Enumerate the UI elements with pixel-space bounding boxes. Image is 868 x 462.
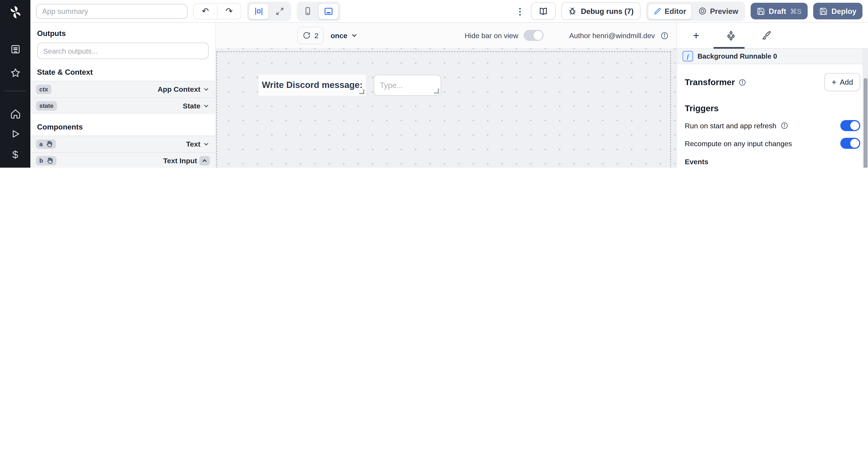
outputs-title: Outputs (37, 29, 209, 38)
app-canvas[interactable]: Write Discord message: Type... Press me … (216, 48, 676, 168)
text-input-placeholder: Type... (380, 81, 403, 90)
hand-pointer-icon (46, 157, 53, 164)
diamonds-icon (726, 30, 736, 40)
deploy-button[interactable]: Deploy (813, 3, 862, 20)
selected-runnable-name: Background Runnable 0 (698, 52, 777, 60)
canvas-toolbar: 2 once Hide bar on view Author henri@win… (216, 23, 676, 48)
mobile-view-button[interactable] (299, 4, 317, 19)
hide-bar-label: Hide bar on view (465, 31, 518, 39)
canvas-selection-rect (216, 52, 671, 168)
preview-tab-label: Preview (710, 7, 738, 15)
outputs-panel: Outputs State & Context ctx App Context … (31, 23, 216, 168)
active-tab-underline (713, 47, 744, 48)
text-component[interactable]: Write Discord message: (258, 75, 366, 96)
transformer-title: Transformer (685, 77, 735, 87)
scrollbar-thumb[interactable] (863, 78, 867, 168)
settings-tabs: + (677, 23, 868, 49)
add-label: Add (840, 78, 853, 86)
add-transformer-button[interactable]: + Add (825, 73, 860, 91)
component-settings-tab[interactable] (722, 30, 740, 40)
text-input-component[interactable]: Type... (374, 75, 441, 96)
refresh-count: 2 (314, 31, 318, 39)
center-column: 2 once Hide bar on view Author henri@win… (216, 23, 676, 168)
left-nav-rail: $ → (0, 0, 31, 168)
recompute-row: Recompute on any input changes (685, 138, 860, 149)
draft-button[interactable]: Draft ⌘S (750, 3, 808, 20)
events-title: Events (685, 158, 860, 166)
a-badge: a (39, 140, 43, 148)
plus-icon: + (832, 77, 836, 87)
triggers-title: Triggers (685, 103, 719, 113)
b-type-label: Text Input (163, 157, 197, 165)
windmill-app-editor: $ → ↶ ↷ (0, 0, 868, 168)
chevron-down-icon (203, 140, 210, 148)
paintbrush-icon (761, 31, 771, 40)
windmill-logo-icon[interactable] (0, 4, 31, 20)
desktop-view-button[interactable] (318, 3, 339, 19)
top-toolbar: ↶ ↷ ⋮ Debug runs (7) (31, 0, 868, 23)
text-component-value: Write Discord message: (262, 80, 363, 90)
app-grid-icon[interactable] (0, 44, 31, 55)
home-icon[interactable] (0, 108, 31, 120)
scrollbar-track[interactable] (862, 48, 868, 168)
ctx-badge: ctx (36, 85, 52, 94)
info-icon[interactable] (660, 31, 669, 39)
center-align-button[interactable] (249, 3, 269, 19)
chevron-up-icon (201, 157, 208, 164)
runs-play-icon[interactable] (0, 128, 31, 139)
refresh-mode-value: once (331, 31, 347, 39)
run-on-start-toggle[interactable] (840, 120, 860, 131)
output-row-a[interactable]: a Text (31, 135, 215, 152)
fullscreen-button[interactable] (270, 4, 289, 19)
state-type-label: State (183, 102, 200, 110)
refresh-count-button[interactable]: 2 (297, 27, 324, 44)
function-icon: f (683, 51, 693, 61)
b-badge: b (39, 157, 43, 165)
redo-button[interactable]: ↷ (217, 4, 241, 19)
styling-brush-tab[interactable] (757, 31, 775, 40)
hide-bar-toggle[interactable] (524, 30, 544, 41)
layout-toggle-group (247, 1, 291, 21)
editor-preview-toggle: Editor Preview (646, 1, 745, 21)
info-icon[interactable] (739, 78, 747, 86)
resize-handle[interactable] (434, 89, 439, 94)
undo-button[interactable]: ↶ (194, 4, 217, 19)
chevron-down-icon (203, 86, 210, 93)
output-row-ctx[interactable]: ctx App Context (31, 81, 215, 97)
preview-tab[interactable]: Preview (693, 4, 743, 19)
state-badge: state (36, 101, 57, 111)
hand-pointer-icon (45, 140, 53, 148)
author-label: Author henri@windmill.dev (569, 31, 655, 39)
run-on-start-row: Run on start and app refresh (685, 120, 860, 131)
collapse-chevron-up[interactable] (199, 156, 210, 165)
refresh-mode-dropdown[interactable]: once (331, 31, 358, 39)
output-row-state[interactable]: state State (31, 97, 215, 114)
chevron-down-icon (350, 32, 358, 39)
selected-runnable-header: f Background Runnable 0 (677, 49, 868, 64)
deploy-label: Deploy (831, 7, 856, 15)
triggers-title-row: Triggers (685, 103, 860, 113)
variables-dollar-icon[interactable]: $ (0, 150, 31, 160)
docs-book-button[interactable] (531, 2, 556, 20)
more-menu-kebab[interactable]: ⋮ (515, 6, 525, 16)
debug-runs-button[interactable]: Debug runs (7) (562, 2, 640, 20)
device-toggle-group (297, 1, 341, 21)
draft-shortcut: ⌘S (790, 7, 802, 15)
app-summary-input[interactable] (36, 4, 188, 19)
components-title: Components (37, 123, 209, 131)
resize-handle[interactable] (359, 89, 364, 94)
recompute-label: Recompute on any input changes (685, 139, 792, 147)
state-context-title: State & Context (37, 68, 209, 76)
recompute-toggle[interactable] (840, 138, 860, 149)
favorites-star-icon[interactable] (0, 67, 31, 78)
rail-divider (4, 91, 26, 91)
search-outputs-input[interactable] (37, 42, 209, 59)
run-on-start-label: Run on start and app refresh (685, 122, 776, 130)
chevron-down-icon (203, 102, 210, 110)
draft-label: Draft (769, 7, 786, 15)
debug-runs-label: Debug runs (7) (581, 7, 633, 15)
info-icon[interactable] (780, 122, 788, 130)
output-row-b[interactable]: b Text Input (31, 152, 215, 168)
insert-component-tab[interactable]: + (687, 29, 705, 42)
editor-tab[interactable]: Editor (647, 3, 691, 19)
